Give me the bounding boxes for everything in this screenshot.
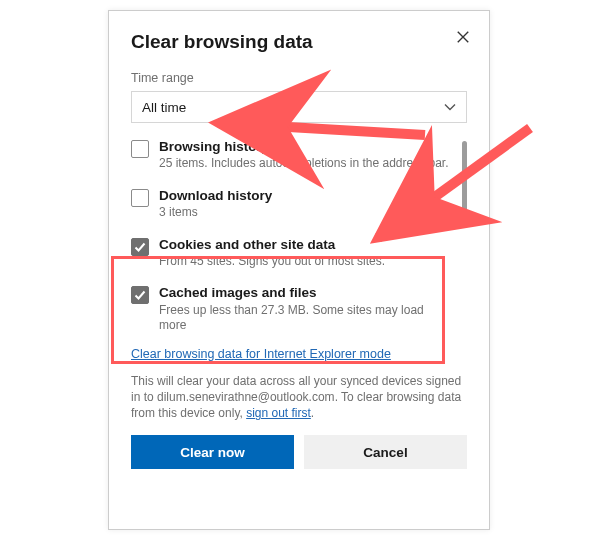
clear-now-button[interactable]: Clear now bbox=[131, 435, 294, 469]
time-range-label: Time range bbox=[131, 71, 467, 85]
close-button[interactable] bbox=[447, 21, 479, 53]
chevron-down-icon bbox=[444, 101, 456, 113]
option-label: Browsing history bbox=[159, 139, 449, 155]
option-download-history: Download history 3 items bbox=[131, 188, 453, 221]
checkbox-browsing-history[interactable] bbox=[131, 140, 149, 158]
time-range-value: All time bbox=[142, 100, 186, 115]
option-desc: Frees up less than 27.3 MB. Some sites m… bbox=[159, 303, 453, 334]
dialog-title: Clear browsing data bbox=[131, 31, 467, 53]
time-range-select[interactable]: All time bbox=[131, 91, 467, 123]
ie-mode-link[interactable]: Clear browsing data for Internet Explore… bbox=[131, 347, 391, 361]
option-cache: Cached images and files Frees up less th… bbox=[131, 285, 453, 333]
option-desc: 3 items bbox=[159, 205, 272, 221]
clear-browsing-data-dialog: Clear browsing data Time range All time … bbox=[108, 10, 490, 530]
checkbox-cookies[interactable] bbox=[131, 238, 149, 256]
checkbox-download-history[interactable] bbox=[131, 189, 149, 207]
options-list: Browsing history 25 items. Includes auto… bbox=[131, 139, 467, 334]
option-label: Cached images and files bbox=[159, 285, 453, 301]
check-icon bbox=[134, 241, 146, 253]
scrollbar[interactable] bbox=[462, 141, 467, 227]
close-icon bbox=[456, 30, 470, 44]
option-label: Download history bbox=[159, 188, 272, 204]
cancel-button[interactable]: Cancel bbox=[304, 435, 467, 469]
check-icon bbox=[134, 289, 146, 301]
sync-footnote: This will clear your data across all you… bbox=[131, 373, 467, 422]
option-browsing-history: Browsing history 25 items. Includes auto… bbox=[131, 139, 453, 172]
option-desc: 25 items. Includes autocompletions in th… bbox=[159, 156, 449, 172]
sign-out-link[interactable]: sign out first bbox=[246, 406, 311, 420]
option-desc: From 45 sites. Signs you out of most sit… bbox=[159, 254, 385, 270]
checkbox-cache[interactable] bbox=[131, 286, 149, 304]
option-cookies: Cookies and other site data From 45 site… bbox=[131, 237, 453, 270]
option-label: Cookies and other site data bbox=[159, 237, 385, 253]
dialog-buttons: Clear now Cancel bbox=[131, 435, 467, 469]
